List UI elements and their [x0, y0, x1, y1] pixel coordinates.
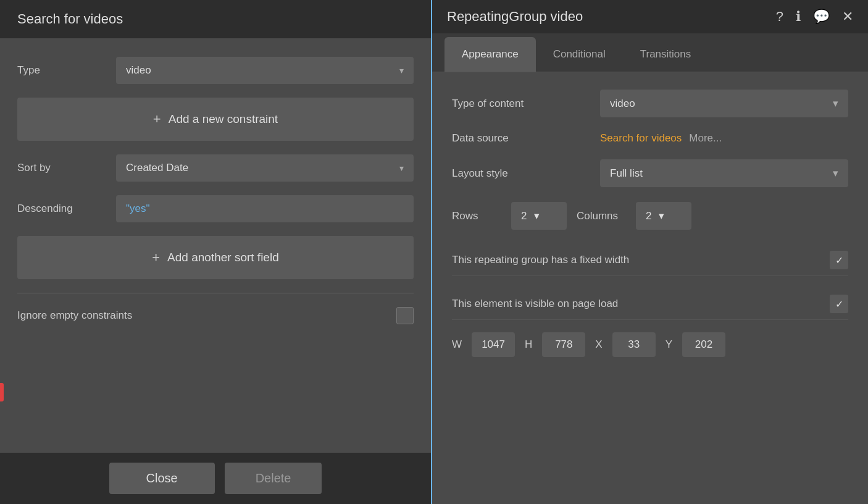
- add-constraint-button[interactable]: + Add a new constraint: [17, 98, 414, 141]
- tabs: Appearance Conditional Transitions: [432, 33, 868, 72]
- close-icon[interactable]: ✕: [842, 9, 853, 25]
- add-constraint-label: Add a new constraint: [169, 112, 278, 126]
- type-row: Type video ▾: [17, 57, 414, 84]
- descending-label: Descending: [17, 203, 116, 215]
- left-panel-header: Search for videos: [0, 0, 431, 38]
- w-value[interactable]: 1047: [472, 332, 515, 357]
- rows-cols-row: Rows 2 ▾ Columns 2 ▾: [452, 202, 848, 230]
- y-value[interactable]: 202: [682, 332, 725, 357]
- descending-value[interactable]: "yes": [116, 195, 414, 222]
- dimensions-row: W 1047 H 778 X 33 Y 202: [452, 332, 848, 357]
- add-sort-plus-icon: +: [152, 250, 160, 266]
- content-type-value: video: [610, 98, 635, 110]
- data-source-more[interactable]: More...: [689, 132, 722, 145]
- layout-chevron-icon: ▾: [833, 167, 838, 180]
- close-button[interactable]: Close: [109, 463, 215, 494]
- layout-style-value: Full list: [610, 167, 643, 180]
- layout-style-row: Layout style Full list ▾: [452, 159, 848, 187]
- w-label: W: [452, 338, 462, 351]
- delete-button[interactable]: Delete: [225, 463, 322, 494]
- fixed-width-row: This repeating group has a fixed width ✓: [452, 245, 848, 276]
- type-label: Type: [17, 64, 116, 77]
- rows-chevron-icon: ▾: [534, 209, 540, 222]
- tab-conditional-label: Conditional: [553, 48, 606, 60]
- sort-label: Sort by: [17, 162, 116, 174]
- ignore-row: Ignore empty constraints: [17, 307, 414, 324]
- type-value: video: [126, 64, 151, 77]
- info-icon[interactable]: ℹ: [796, 9, 801, 25]
- rows-label: Rows: [452, 210, 501, 222]
- right-panel: RepeatingGroup video ? ℹ 💬 ✕ Appearance …: [432, 0, 868, 504]
- left-panel-footer: Close Delete: [0, 453, 431, 504]
- left-panel-title: Search for videos: [17, 11, 123, 27]
- data-source-label: Data source: [452, 132, 600, 145]
- help-icon[interactable]: ?: [776, 9, 783, 25]
- right-panel-title: RepeatingGroup video: [447, 9, 583, 25]
- fixed-width-checkbox[interactable]: ✓: [830, 251, 848, 269]
- rows-value: 2: [521, 210, 527, 222]
- type-chevron-icon: ▾: [399, 65, 404, 75]
- visible-checkbox[interactable]: ✓: [830, 295, 848, 313]
- visible-label: This element is visible on page load: [452, 298, 618, 310]
- layout-style-dropdown[interactable]: Full list ▾: [600, 159, 848, 187]
- tab-transitions[interactable]: Transitions: [623, 37, 709, 72]
- layout-style-label: Layout style: [452, 167, 600, 180]
- columns-value: 2: [646, 210, 651, 222]
- content-type-row: Type of content video ▾: [452, 90, 848, 117]
- tab-conditional[interactable]: Conditional: [536, 37, 623, 72]
- add-sort-button[interactable]: + Add another sort field: [17, 236, 414, 279]
- add-constraint-plus-icon: +: [153, 111, 161, 127]
- visible-row: This element is visible on page load ✓: [452, 288, 848, 320]
- content-type-chevron-icon: ▾: [833, 97, 838, 110]
- data-source-row: Data source Search for videos More...: [452, 132, 848, 145]
- sort-row: Sort by Created Date ▾: [17, 154, 414, 182]
- tab-transitions-label: Transitions: [640, 48, 691, 60]
- header-icons: ? ℹ 💬 ✕: [776, 9, 853, 25]
- right-panel-body: Type of content video ▾ Data source Sear…: [432, 72, 868, 504]
- fixed-width-label: This repeating group has a fixed width: [452, 254, 629, 266]
- y-label: Y: [666, 338, 672, 351]
- type-dropdown[interactable]: video ▾: [116, 57, 414, 84]
- sort-chevron-icon: ▾: [399, 163, 404, 173]
- h-value[interactable]: 778: [542, 332, 585, 357]
- ignore-checkbox[interactable]: [396, 307, 414, 324]
- left-panel: Search for videos Type video ▾ + Add a n…: [0, 0, 432, 504]
- content-type-label: Type of content: [452, 98, 600, 110]
- h-label: H: [525, 338, 532, 351]
- content-type-dropdown[interactable]: video ▾: [600, 90, 848, 117]
- x-value[interactable]: 33: [612, 332, 656, 357]
- sort-dropdown[interactable]: Created Date ▾: [116, 154, 414, 182]
- ignore-label: Ignore empty constraints: [17, 309, 132, 322]
- comment-icon[interactable]: 💬: [813, 9, 830, 25]
- tab-appearance-label: Appearance: [462, 48, 519, 60]
- columns-chevron-icon: ▾: [659, 209, 664, 222]
- columns-label: Columns: [577, 210, 626, 222]
- x-label: X: [595, 338, 602, 351]
- section-divider: [17, 293, 414, 293]
- right-panel-header: RepeatingGroup video ? ℹ 💬 ✕: [432, 0, 868, 33]
- tab-appearance[interactable]: Appearance: [444, 37, 536, 72]
- columns-dropdown[interactable]: 2 ▾: [636, 202, 691, 230]
- sort-value: Created Date: [126, 162, 188, 174]
- data-source-link[interactable]: Search for videos: [600, 132, 682, 145]
- left-panel-body: Type video ▾ + Add a new constraint Sort…: [0, 38, 431, 453]
- add-sort-label: Add another sort field: [167, 251, 279, 264]
- descending-row: Descending "yes": [17, 195, 414, 222]
- rows-dropdown[interactable]: 2 ▾: [511, 202, 567, 230]
- data-source-value: Search for videos More...: [600, 132, 722, 145]
- red-indicator: [0, 383, 4, 401]
